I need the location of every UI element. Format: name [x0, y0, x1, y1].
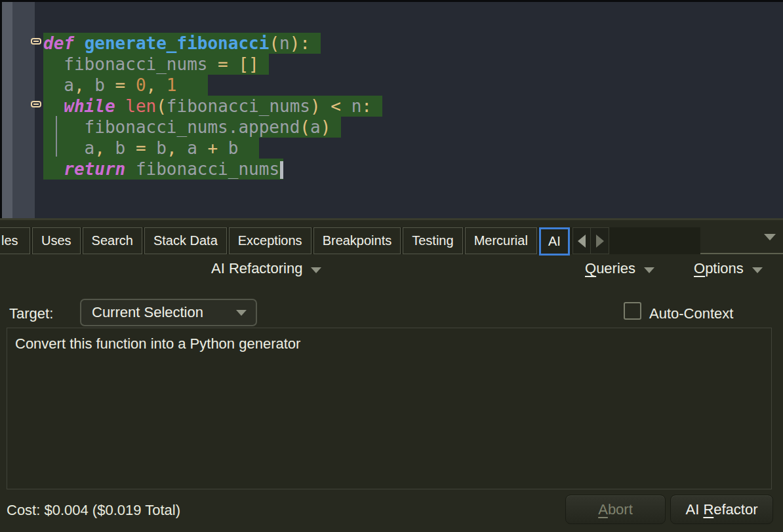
auto-context-label: Auto-Context [649, 305, 733, 322]
tab-breakpoints[interactable]: Breakpoints [313, 227, 401, 254]
tab-search[interactable]: Search [83, 227, 142, 254]
options-menu[interactable]: Options [694, 260, 763, 277]
fold-collapse-icon[interactable] [31, 38, 41, 45]
tab-scroll-left-icon [578, 235, 586, 248]
tab-overflow-icon [764, 234, 776, 240]
tab-mercurial[interactable]: Mercurial [465, 227, 537, 254]
queries-menu[interactable]: Queries [585, 260, 654, 277]
target-selector-value: Current Selection [92, 304, 203, 321]
tab-scroll-right-icon [596, 235, 604, 248]
ai-refactoring-menu[interactable]: AI Refactoring [211, 260, 321, 277]
tab-files-partial[interactable]: les [0, 227, 30, 254]
tool-tabbar: les Uses Search Stack Data Exceptions Br… [0, 227, 700, 254]
auto-context-checkbox[interactable] [624, 302, 641, 320]
tab-scroll-buttons [572, 227, 609, 254]
editor-edge-strip [2, 0, 12, 218]
tab-ai[interactable]: AI [539, 227, 570, 256]
target-selector[interactable]: Current Selection [80, 299, 257, 326]
dropdown-caret-icon [644, 267, 654, 273]
cost-status: Cost: $0.004 ($0.019 Total) [7, 502, 180, 519]
ai-refactor-button[interactable]: AI Refactor [670, 495, 773, 524]
tab-exceptions[interactable]: Exceptions [229, 227, 311, 254]
abort-button[interactable]: Abort [565, 495, 666, 524]
ide-window: def generate_fibonacci(n): fibonacci_num… [0, 0, 783, 532]
ai-tool-panel: les Uses Search Stack Data Exceptions Br… [0, 220, 783, 532]
fold-gutter [12, 0, 35, 218]
dropdown-caret-icon [236, 310, 247, 316]
dropdown-caret-icon [752, 267, 763, 273]
code-lines[interactable]: def generate_fibonacci(n): fibonacci_num… [43, 33, 382, 180]
prompt-input[interactable]: Convert this function into a Python gene… [7, 328, 772, 489]
editor-top-edge [0, 0, 783, 2]
tab-uses[interactable]: Uses [32, 227, 81, 254]
target-label: Target: [9, 305, 53, 322]
tab-scroll-left-button[interactable] [573, 228, 591, 254]
editor-left-edge [0, 0, 2, 218]
tab-stack-data[interactable]: Stack Data [144, 227, 227, 254]
tab-testing[interactable]: Testing [403, 227, 462, 254]
dropdown-caret-icon [311, 267, 321, 273]
tab-scroll-right-button[interactable] [590, 228, 609, 254]
indent-guide [56, 116, 57, 157]
fold-collapse-icon[interactable] [31, 101, 41, 107]
code-editor[interactable]: def generate_fibonacci(n): fibonacci_num… [0, 0, 783, 218]
tab-overflow-button[interactable] [764, 231, 776, 243]
text-cursor [280, 161, 283, 179]
